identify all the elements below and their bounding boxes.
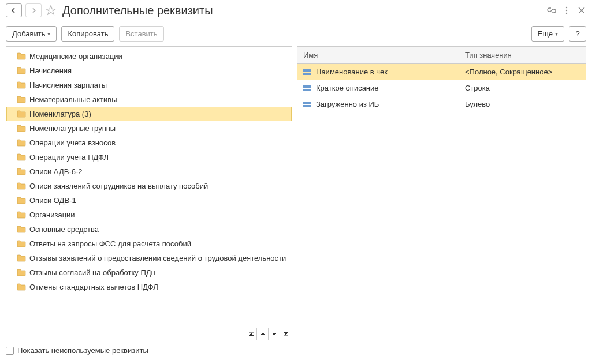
table-header: Имя Тип значения — [297, 47, 586, 64]
show-unused-checkbox[interactable] — [6, 347, 14, 355]
svg-point-2 — [566, 13, 567, 14]
tree-item[interactable]: Операции учета взносов — [6, 136, 292, 150]
forward-button[interactable] — [25, 3, 42, 17]
tree-item-label: Операции учета НДФЛ — [29, 153, 109, 162]
tree-item-label: Начисления — [29, 66, 72, 75]
scroll-bottom-icon — [283, 331, 289, 337]
tree-item-label: Отзывы заявлений о предоставлении сведен… — [29, 254, 286, 262]
tree-item[interactable]: Описи АДВ-6-2 — [6, 164, 292, 179]
arrow-left-icon — [11, 7, 17, 13]
tree-item[interactable]: Отзывы заявлений о предоставлении сведен… — [6, 251, 292, 265]
content-area: Медицинские организацииНачисленияНачисле… — [0, 46, 592, 340]
categories-tree[interactable]: Медицинские организацииНачисленияНачисле… — [6, 47, 292, 340]
tree-item[interactable]: Начисления — [6, 63, 292, 78]
tree-item-label: Описи заявлений сотрудников на выплату п… — [29, 182, 208, 190]
tree-scroll-top[interactable] — [245, 328, 257, 340]
cell-type: <Полное, Сокращенное> — [459, 64, 586, 80]
tree-item-label: Организации — [29, 211, 75, 219]
cell-name: Наименование в чек — [297, 64, 459, 80]
svg-rect-8 — [303, 105, 311, 107]
svg-rect-6 — [303, 89, 311, 91]
tree-item[interactable]: Организации — [6, 208, 292, 222]
cell-type: Булево — [459, 96, 586, 112]
svg-rect-3 — [303, 69, 311, 72]
toolbar-right: Еще ▾ ? — [531, 26, 586, 42]
column-header-name[interactable]: Имя — [297, 47, 459, 63]
help-button[interactable]: ? — [569, 26, 586, 42]
tree-item[interactable]: Номенклатурные группы — [6, 121, 292, 136]
column-header-type[interactable]: Тип значения — [459, 47, 586, 63]
more-dots-icon[interactable] — [562, 6, 571, 15]
page-title: Дополнительные реквизиты — [62, 4, 543, 17]
paste-button[interactable]: Вставить — [119, 26, 163, 42]
tree-scroll-up[interactable] — [257, 328, 269, 340]
table-row[interactable]: Краткое описаниеСтрока — [297, 80, 586, 96]
more-button-label: Еще — [538, 29, 553, 38]
scroll-top-icon — [248, 331, 254, 337]
show-unused-label: Показать неиспользуемые реквизиты — [17, 346, 148, 355]
tree-item-label: Ответы на запросы ФСС для расчета пособи… — [29, 239, 191, 248]
tree-scroll-bottom[interactable] — [280, 328, 292, 340]
footer: Показать неиспользуемые реквизиты — [0, 340, 592, 361]
header-bar: Дополнительные реквизиты — [0, 0, 592, 21]
tree-item-label: Начисления зарплаты — [29, 81, 107, 89]
more-button[interactable]: Еще ▾ — [531, 26, 564, 42]
svg-rect-5 — [303, 85, 311, 88]
tree-item-label: Описи ОДВ-1 — [29, 196, 76, 205]
close-icon[interactable] — [577, 6, 586, 15]
paste-button-label: Вставить — [125, 29, 157, 38]
tree-item-label: Медицинские организации — [29, 52, 122, 61]
svg-point-1 — [566, 10, 567, 11]
tree-item[interactable]: Операции учета НДФЛ — [6, 150, 292, 164]
tree-item-label: Номенклатурные группы — [29, 124, 116, 133]
categories-panel: Медицинские организацииНачисленияНачисле… — [6, 46, 292, 340]
svg-point-0 — [566, 7, 567, 8]
back-button[interactable] — [6, 3, 22, 17]
link-icon[interactable] — [547, 6, 556, 15]
tree-item[interactable]: Описи заявлений сотрудников на выплату п… — [6, 179, 292, 193]
copy-button[interactable]: Копировать — [61, 26, 114, 42]
tree-item[interactable]: Начисления зарплаты — [6, 78, 292, 92]
copy-button-label: Копировать — [68, 29, 108, 38]
tree-item[interactable]: Медицинские организации — [6, 49, 292, 63]
cell-name: Загруженно из ИБ — [297, 96, 459, 112]
tree-item-label: Операции учета взносов — [29, 138, 116, 147]
tree-item[interactable]: Основные средства — [6, 222, 292, 237]
chevron-down-icon: ▾ — [47, 31, 50, 37]
cell-name: Краткое описание — [297, 80, 459, 96]
header-actions — [547, 6, 586, 15]
tree-item-label: Отмены стандартных вычетов НДФЛ — [29, 283, 158, 291]
tree-item[interactable]: Ответы на запросы ФСС для расчета пособи… — [6, 237, 292, 251]
tree-item[interactable]: Описи ОДВ-1 — [6, 193, 292, 208]
tree-item-label: Основные средства — [29, 225, 99, 234]
scroll-up-icon — [260, 331, 266, 337]
table-row[interactable]: Наименование в чек<Полное, Сокращенное> — [297, 64, 586, 80]
tree-item[interactable]: Отмены стандартных вычетов НДФЛ — [6, 280, 292, 294]
tree-item-label: Отзывы согласий на обработку ПДн — [29, 268, 155, 277]
table-body[interactable]: Наименование в чек<Полное, Сокращенное>К… — [297, 64, 586, 340]
tree-item-label: Описи АДВ-6-2 — [29, 167, 82, 176]
tree-item[interactable]: Отзывы согласий на обработку ПДн — [6, 265, 292, 280]
cell-type: Строка — [459, 80, 586, 96]
help-button-label: ? — [575, 29, 579, 38]
add-button[interactable]: Добавить ▾ — [6, 26, 57, 42]
favorite-star-icon[interactable] — [45, 5, 57, 16]
tree-item-label: Нематериальные активы — [29, 95, 117, 104]
toolbar: Добавить ▾ Копировать Вставить Еще ▾ ? — [0, 21, 592, 46]
tree-item-label: Номенклатура (3) — [29, 110, 91, 118]
tree-item[interactable]: Нематериальные активы — [6, 92, 292, 107]
arrow-right-icon — [31, 7, 36, 13]
table-row[interactable]: Загруженно из ИББулево — [297, 96, 586, 112]
svg-rect-7 — [303, 102, 311, 104]
add-button-label: Добавить — [12, 29, 45, 38]
tree-item[interactable]: Номенклатура (3) — [6, 107, 292, 121]
scroll-down-icon — [271, 331, 277, 337]
tree-nav-buttons — [245, 328, 292, 340]
chevron-down-icon: ▾ — [555, 31, 558, 37]
svg-rect-4 — [303, 73, 311, 75]
tree-scroll-down[interactable] — [269, 328, 280, 340]
properties-panel: Имя Тип значения Наименование в чек<Полн… — [297, 46, 586, 340]
